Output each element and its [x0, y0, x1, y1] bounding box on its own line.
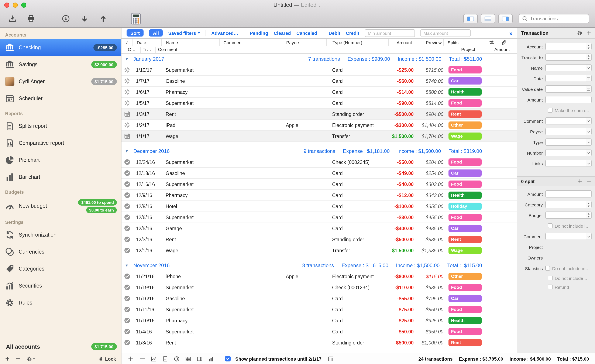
column-payee[interactable]: Payee	[281, 39, 326, 46]
lock-button[interactable]: Lock	[99, 356, 116, 361]
arrow-down-button[interactable]	[79, 13, 90, 24]
number-field[interactable]	[545, 149, 592, 156]
max-amount-input[interactable]	[420, 29, 471, 37]
gear-icon[interactable]	[577, 30, 583, 36]
transaction-row[interactable]: 12/9/16PharmacyCard-$12.00$343.00Health	[121, 190, 517, 201]
column-comment2[interactable]: Comment	[158, 47, 177, 52]
panel-left-toggle[interactable]	[463, 14, 478, 23]
transaction-row[interactable]: 11/11/16SupermarketCard-$75.00$850.00Foo…	[121, 304, 517, 315]
table-grid-button[interactable]	[185, 355, 191, 362]
more-filters-button[interactable]: »	[509, 29, 513, 36]
disclosure-triangle-icon[interactable]: ▼	[125, 263, 131, 268]
sidebar-item-new-budget[interactable]: New budget$461.00 to spend$0.00 to earn	[0, 196, 121, 216]
transaction-row[interactable]: 11/4/16SupermarketCard-$50.00$950.00Food	[121, 326, 517, 337]
arrow-up-button[interactable]	[98, 13, 109, 24]
comment-field[interactable]	[545, 117, 592, 124]
transaction-row[interactable]: 12/6/16SupermarketCard-$30.00$455.00Food	[121, 212, 517, 223]
disclosure-triangle-icon[interactable]: ▼	[125, 57, 131, 61]
refund-checkbox[interactable]	[548, 285, 552, 289]
notes-button[interactable]	[162, 355, 169, 362]
minus-button[interactable]	[139, 355, 146, 362]
transaction-row[interactable]: 12/16/16SupermarketCard-$40.00$303.00Foo…	[121, 179, 517, 190]
comment-field[interactable]	[545, 233, 592, 240]
columns-view-button[interactable]	[196, 355, 203, 362]
payee-field[interactable]	[545, 128, 592, 135]
amount-field[interactable]	[545, 96, 592, 103]
column-amount[interactable]: Amount	[388, 39, 414, 46]
column-date[interactable]: Date	[133, 39, 161, 46]
filter-all-button[interactable]: All	[149, 29, 163, 36]
transaction-row[interactable]: 1/3/17RentStanding order-$500.00$904.00R…	[121, 109, 517, 120]
sort-button[interactable]: Sort	[127, 29, 143, 36]
transaction-row[interactable]: 1/7/17GasolineCard-$60.00$740.00Car	[121, 76, 517, 87]
remove-account-button[interactable]	[16, 356, 20, 361]
plus-button[interactable]	[128, 355, 134, 362]
column-amount2[interactable]: Amount	[494, 47, 510, 52]
sidebar-item-checking[interactable]: Checking-$285.00	[0, 39, 121, 56]
sidebar-item-securities[interactable]: Securities	[0, 277, 121, 294]
transaction-row[interactable]: 11/10/16PharmacyCard-$25.00$925.00Health	[121, 315, 517, 326]
planned-calendar-button[interactable]	[328, 356, 334, 362]
column-c[interactable]: C…	[128, 47, 135, 52]
do-not-include-w-checkbox[interactable]	[548, 276, 552, 280]
filter-pending-button[interactable]: Pending	[250, 30, 268, 36]
column-name[interactable]: Name	[161, 39, 219, 46]
disclosure-triangle-icon[interactable]: ▼	[125, 149, 131, 153]
filter-debit-button[interactable]: Debit	[329, 30, 340, 36]
add-transaction-icon[interactable]	[587, 31, 591, 35]
sidebar-item-cyril-anger[interactable]: Cyril Anger$1,715.00	[0, 73, 121, 90]
transaction-row[interactable]: 11/19/16SupermarketCheck (0001234)-$110.…	[121, 282, 517, 293]
sidebar-item-pie-chart[interactable]: Pie chart	[0, 152, 121, 169]
column-splits[interactable]: Splits	[443, 39, 517, 46]
add-split-icon[interactable]	[578, 179, 582, 184]
transaction-row[interactable]: 11/21/16iPhoneAppleElectronic payment-$8…	[121, 271, 517, 282]
filter-canceled-button[interactable]: Canceled	[297, 30, 317, 36]
transaction-row[interactable]: 12/8/16HotelCard-$100.00$355.00Holiday	[121, 201, 517, 212]
date-field[interactable]	[545, 75, 592, 82]
account-field[interactable]	[545, 43, 592, 50]
transaction-row[interactable]: 1/6/17PharmacyCard-$14.00$800.00Health	[121, 87, 517, 98]
sidebar-item-savings[interactable]: Savings$2,000.00	[0, 56, 121, 73]
budget-field[interactable]	[545, 212, 592, 219]
links-field[interactable]	[545, 160, 592, 167]
transaction-row[interactable]: 11/16/16GasolineCard-$55.00$795.00Car	[121, 293, 517, 304]
amount-field[interactable]	[545, 190, 592, 198]
line-chart-button[interactable]	[150, 355, 157, 362]
name-field[interactable]	[545, 64, 592, 71]
transaction-row[interactable]: 1/5/17SupermarketCard-$90.00$814.00Food	[121, 98, 517, 109]
transaction-row[interactable]: 12/5/16GarageCard-$400.00$485.00Car	[121, 223, 517, 234]
sidebar-item-splits-report[interactable]: Splits report	[0, 118, 121, 135]
transaction-row[interactable]: 12/24/16SupermarketCheck (0002345)-$50.0…	[121, 157, 517, 168]
column-project[interactable]: Project	[461, 47, 475, 52]
sidebar-action-menu[interactable]: ▾	[26, 356, 35, 362]
column-preview[interactable]: Preview	[414, 39, 443, 46]
column-tr[interactable]: Tr…	[143, 47, 151, 52]
transaction-row[interactable]: 11/3/16RentStanding order-$500.00$1,000.…	[121, 337, 517, 348]
make-the-sum-of-checkbox[interactable]	[548, 108, 552, 113]
filter-credit-button[interactable]: Credit	[346, 30, 360, 36]
transaction-row[interactable]: 12/1/16WageTransfer$1,500.00$1,385.00Wag…	[121, 245, 517, 256]
transaction-row[interactable]: 12/18/16GasolineCard-$49.00$254.00Car	[121, 168, 517, 179]
transaction-row[interactable]: 1/10/17SupermarketCard-$25.00$715.00Food	[121, 64, 517, 76]
sidebar-item-scheduler[interactable]: Scheduler	[0, 90, 121, 107]
type-field[interactable]	[545, 138, 592, 146]
transaction-row[interactable]: 1/1/17WageTransfer$1,500.00$1,704.00Wage	[121, 131, 517, 142]
month-header[interactable]: ▼December 20169 transactionsExpense : $1…	[121, 146, 517, 157]
transfer-to-field[interactable]	[545, 54, 592, 61]
show-planned-checkbox[interactable]	[225, 356, 231, 361]
transaction-row[interactable]: 1/2/17iPadAppleElectronic payment-$300.0…	[121, 120, 517, 131]
filter-cleared-button[interactable]: Cleared	[274, 30, 291, 36]
edited-menu[interactable]: Edited ⌄	[301, 2, 321, 8]
do-not-include-in-checkbox[interactable]	[545, 266, 550, 271]
sidebar-item-currencies[interactable]: Currencies	[0, 243, 121, 260]
globe-button[interactable]	[173, 355, 180, 362]
all-accounts-row[interactable]: All accounts $1,715.00	[0, 340, 121, 353]
column-type[interactable]: Type (Number)	[326, 39, 388, 46]
remove-split-icon[interactable]	[587, 179, 591, 184]
search-input[interactable]: Transactions	[518, 14, 589, 23]
value-date-field[interactable]	[545, 85, 592, 93]
saved-filters-dropdown[interactable]: Saved filters▾	[168, 30, 200, 36]
add-account-button[interactable]	[5, 356, 10, 361]
min-amount-input[interactable]	[365, 29, 415, 37]
column-check[interactable]: ✓	[121, 39, 133, 46]
